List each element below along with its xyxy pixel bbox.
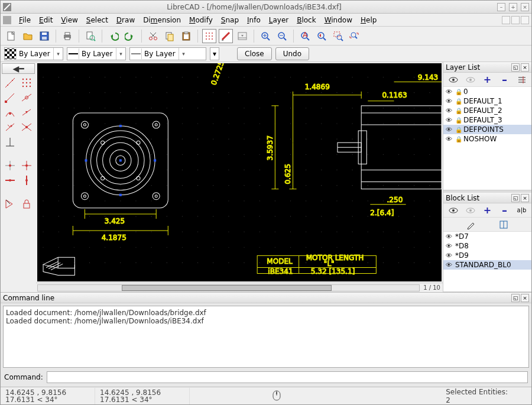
command-log[interactable]: Loaded document: /home/jlwallen/Download… xyxy=(3,306,529,368)
undo-button[interactable] xyxy=(106,29,121,43)
command-input[interactable] xyxy=(47,371,528,383)
lock-icon[interactable]: 🔒 xyxy=(455,117,461,124)
eye-off-icon[interactable] xyxy=(465,205,476,216)
layer-row[interactable]: 👁🔒DEFAULT_1 xyxy=(443,96,531,106)
width-combo[interactable]: By Layer ▾ xyxy=(67,47,126,60)
menu-view[interactable]: View xyxy=(57,15,82,25)
lock-icon[interactable]: 🔒 xyxy=(455,98,461,105)
lock-icon[interactable]: 🔒 xyxy=(455,127,461,133)
layer-panel-float[interactable]: ◱ xyxy=(511,63,520,72)
maximize-button[interactable]: + xyxy=(509,3,517,11)
zoom-in-button[interactable] xyxy=(258,29,273,43)
color-combo[interactable]: By Layer ▾ xyxy=(4,47,63,60)
block-row[interactable]: 👁*D9 xyxy=(443,251,531,260)
drawing-canvas[interactable]: 0.2725 3.425 4.1875 xyxy=(37,63,442,281)
tool-on-entity[interactable] xyxy=(19,90,35,105)
menu-edit[interactable]: Edit xyxy=(35,15,57,25)
block-list[interactable]: 👁*D7👁*D8👁*D9👁STANDARD_BL0 xyxy=(443,232,531,291)
redo-button[interactable] xyxy=(123,29,137,43)
menu-help[interactable]: Help xyxy=(356,15,381,25)
minimize-button[interactable]: – xyxy=(497,3,505,11)
lock-icon[interactable]: 🔒 xyxy=(455,136,461,142)
menu-layer[interactable]: Layer xyxy=(265,15,293,25)
undo-action-button[interactable]: Undo xyxy=(275,47,309,60)
menu-info[interactable]: Info xyxy=(243,15,265,25)
command-panel-float[interactable]: ◱ xyxy=(511,294,520,302)
tool-middle[interactable] xyxy=(19,105,35,119)
eye-icon[interactable]: 👁 xyxy=(446,261,453,269)
eye-icon[interactable]: 👁 xyxy=(446,233,453,241)
command-panel-close[interactable]: × xyxy=(521,294,529,302)
menu-select[interactable]: Select xyxy=(82,15,112,25)
lock-rel-zero[interactable] xyxy=(19,197,35,211)
linetype-expand[interactable]: ▾ xyxy=(210,47,219,60)
grid-toggle[interactable] xyxy=(202,29,216,43)
open-button[interactable] xyxy=(21,29,35,43)
eye-icon[interactable]: 👁 xyxy=(446,252,453,260)
block-row[interactable]: 👁*D7 xyxy=(443,232,531,241)
zoom-auto-button[interactable]: A xyxy=(298,29,312,43)
block-panel-float[interactable]: ◱ xyxy=(511,194,520,202)
zoom-window-button[interactable] xyxy=(331,29,345,43)
lock-icon[interactable]: 🔒 xyxy=(455,89,461,95)
layer-row[interactable]: 👁🔒DEFAULT_2 xyxy=(443,106,531,115)
menu-modify[interactable]: Modify xyxy=(185,15,217,25)
restrict-nothing[interactable] xyxy=(2,158,18,173)
tool-point[interactable] xyxy=(2,76,18,90)
save-button[interactable] xyxy=(37,29,51,43)
eye-icon[interactable]: 👁 xyxy=(446,126,453,134)
layer-row[interactable]: 👁🔒NOSHOW xyxy=(443,134,531,144)
block-row[interactable]: 👁*D8 xyxy=(443,241,531,251)
insert-block-button[interactable] xyxy=(498,219,510,231)
eye-icon[interactable]: 👁 xyxy=(446,116,453,124)
restrict-horiz[interactable] xyxy=(2,173,18,187)
menu-block[interactable]: Block xyxy=(293,15,320,25)
eye-off-icon[interactable] xyxy=(465,74,476,86)
mdi-restore-button[interactable] xyxy=(511,16,520,24)
eye-icon[interactable]: 👁 xyxy=(446,242,453,250)
rename-block-button[interactable]: a|b xyxy=(516,205,528,216)
linetype-combo[interactable]: By Layer ▾ xyxy=(129,47,206,60)
zoom-out-button[interactable] xyxy=(275,29,289,43)
layer-row[interactable]: 👁🔒DEFPOINTS xyxy=(443,125,531,134)
menu-snap[interactable]: Snap xyxy=(217,15,243,25)
zoom-pan-button[interactable] xyxy=(348,29,362,43)
eye-icon[interactable]: 👁 xyxy=(446,135,453,143)
paste-button[interactable] xyxy=(179,29,193,43)
print-button[interactable] xyxy=(60,29,74,43)
block-row[interactable]: 👁STANDARD_BL0 xyxy=(443,260,531,270)
layer-list[interactable]: 👁🔒0👁🔒DEFAULT_1👁🔒DEFAULT_2👁🔒DEFAULT_3👁🔒DE… xyxy=(443,87,531,190)
eye-icon[interactable]: 👁 xyxy=(446,98,453,105)
layer-row[interactable]: 👁🔒DEFAULT_3 xyxy=(443,115,531,125)
tool-center[interactable] xyxy=(2,105,18,119)
menu-dimension[interactable]: Dimension xyxy=(139,15,185,25)
horizontal-scrollbar[interactable]: 1 / 10 xyxy=(36,283,443,292)
edit-block-button[interactable] xyxy=(465,219,477,231)
restrict-vert[interactable] xyxy=(19,173,35,187)
eye-icon[interactable] xyxy=(447,205,459,216)
cut-button[interactable] xyxy=(146,29,160,43)
close-button[interactable]: Close xyxy=(237,47,272,60)
add-block-button[interactable]: + xyxy=(482,205,494,216)
block-panel-close[interactable]: × xyxy=(521,194,529,202)
new-button[interactable] xyxy=(4,29,18,43)
remove-block-button[interactable]: – xyxy=(499,205,511,216)
tool-intersect[interactable] xyxy=(19,120,35,134)
eye-icon[interactable]: 👁 xyxy=(446,107,453,115)
zoom-prev-button[interactable] xyxy=(314,29,329,43)
mdi-close-button[interactable] xyxy=(521,16,529,24)
lock-icon[interactable]: 🔒 xyxy=(455,108,461,114)
copy-button[interactable] xyxy=(163,29,177,43)
layer-row[interactable]: 👁🔒0 xyxy=(443,87,531,96)
layer-panel-close[interactable]: × xyxy=(521,63,529,72)
add-layer-button[interactable]: + xyxy=(482,74,494,86)
print-preview-button[interactable] xyxy=(83,29,98,43)
eye-icon[interactable]: 👁 xyxy=(446,88,453,96)
tool-endpoint[interactable] xyxy=(2,90,18,105)
restrict-ortho[interactable] xyxy=(19,158,35,173)
draft-toggle[interactable] xyxy=(219,29,233,43)
remove-layer-button[interactable]: – xyxy=(499,74,511,86)
tool-grid[interactable] xyxy=(19,76,35,90)
tool-back-button[interactable]: ◀━ xyxy=(2,63,35,74)
menu-window[interactable]: Window xyxy=(320,15,356,25)
